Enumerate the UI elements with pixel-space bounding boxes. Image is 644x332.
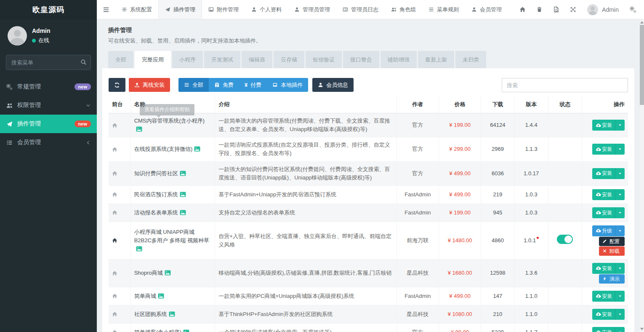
caret-down-icon[interactable] [615,189,625,200]
tab-0[interactable]: 全部 [108,51,133,68]
sidebar-item-0[interactable]: 常规管理 new [0,78,97,96]
frontend-home-icon[interactable] [109,287,130,305]
home-button[interactable] [514,6,531,13]
plugin-name[interactable]: CMS内容管理系统(含小程序) [134,118,205,124]
caret-down-icon[interactable] [615,207,625,218]
tab-8[interactable]: 辅助增强 [381,51,417,68]
plugin-name[interactable]: 民宿酒店预订系统 [134,191,178,198]
plugin-name[interactable]: 小程序商城 UNIAPP商城 B2B2C多用户 多终端 视频种草 [134,229,209,244]
tab-10[interactable]: 未归类 [455,51,486,68]
topnav-user-name[interactable]: Admin [602,6,619,13]
frontend-home-icon[interactable] [109,113,130,137]
language-button[interactable] [548,6,564,13]
install-button[interactable]: 安装 [592,327,625,332]
topnav-item-2[interactable]: 附件管理 [202,0,245,19]
plugin-name[interactable]: Shopro商城 [134,270,163,276]
column-header-3[interactable]: 作者 [397,96,439,113]
install-button[interactable]: 安装 [592,309,625,320]
frontend-home-icon[interactable] [109,323,130,332]
tab-9[interactable]: 最新上架 [418,51,454,68]
sidebar-search-input[interactable] [6,55,91,70]
scrollbar[interactable] [640,19,644,332]
topnav-item-6[interactable]: 角色组 [385,0,422,19]
plugin-name[interactable]: 在线投票系统(支持微信) [134,146,193,152]
caret-down-icon[interactable] [615,309,625,320]
frontend-home-icon[interactable] [109,222,130,259]
caret-down-icon[interactable] [615,168,625,179]
frontend-home-icon[interactable] [109,161,130,185]
plugin-name[interactable]: 简单博客(含小程序) [134,329,182,332]
caret-down-icon[interactable] [615,327,625,332]
frontend-home-icon[interactable] [109,203,130,222]
upgrade-button[interactable]: 升级 [592,225,625,236]
trash-button[interactable] [531,6,548,13]
install-button[interactable]: 安装 [592,207,625,218]
demo-button[interactable]: 演示 [599,274,625,284]
caret-down-icon[interactable] [615,291,625,302]
filter-0-button[interactable]: 全部 [178,78,209,92]
tab-5[interactable]: 云存储 [274,51,304,68]
expand-button[interactable] [564,6,581,13]
caret-down-icon[interactable] [615,120,625,131]
refresh-button[interactable] [109,78,125,92]
topnav-item-7[interactable]: 菜单规则 [422,0,465,19]
plugin-name[interactable]: 简单商城 [134,293,156,299]
topnav-item-4[interactable]: 管理员管理 [288,0,336,19]
topnav-item-5[interactable]: 管理员日志 [336,0,385,19]
table-search-input[interactable] [502,78,628,92]
filter-2-button[interactable]: ¥付费 [239,78,267,92]
column-header-5[interactable]: 下载 [481,96,514,113]
column-header-8[interactable]: 操作 [582,96,628,113]
app-logo[interactable]: 欧皇源码 [0,0,97,19]
column-header-6[interactable]: 版本 [514,96,548,113]
column-header-0[interactable]: 前台 [109,96,130,113]
install-button[interactable]: 安装 [592,120,625,131]
caret-down-icon[interactable] [615,263,625,274]
frontend-home-icon[interactable] [109,305,130,323]
search-icon[interactable] [80,59,87,65]
sidebar-item-1[interactable]: 权限管理 [0,96,97,115]
sidebar-item-3[interactable]: 会员管理 [0,133,97,152]
tab-1[interactable]: 完整应用 [135,51,171,68]
install-button[interactable]: 安装 [592,263,625,274]
install-button[interactable]: 安装 [592,168,625,179]
frontend-home-icon[interactable] [109,137,130,161]
sidebar-item-2[interactable]: 插件管理 new [0,115,97,133]
install-button[interactable]: 安装 [592,144,625,155]
topnav-item-3[interactable]: 个人资料 [245,0,288,19]
plugin-name[interactable]: 社区团购系统 [134,311,167,317]
topnav-item-0[interactable]: 系统配置 [115,0,158,19]
config-button[interactable]: 配置 [599,237,625,246]
offline-install-button[interactable]: 离线安装 [129,78,170,92]
settings-cogs-icon[interactable] [628,6,638,13]
install-button[interactable]: 安装 [592,189,625,200]
plugin-name[interactable]: 活动报名表单系统 [134,209,178,216]
install-button[interactable]: 安装 [592,291,625,302]
tab-2[interactable]: 小程序 [172,51,203,68]
frontend-home-icon[interactable] [109,185,130,203]
column-header-2[interactable]: 介绍 [215,96,397,113]
column-header-7[interactable]: 状态 [548,96,582,113]
uninstall-button[interactable]: 卸载 [599,246,625,256]
hamburger-icon[interactable] [97,0,115,19]
tab-7[interactable]: 接口整合 [343,51,379,68]
caret-down-icon[interactable] [615,225,625,236]
topnav-item-8[interactable]: 会员管理 [465,0,508,19]
topnav-item-1[interactable]: 插件管理 [158,0,202,19]
plugin-name[interactable]: 知识付费问答社区 [134,170,178,177]
tab-4[interactable]: 编辑器 [242,51,272,68]
scroll-down-arrow-icon[interactable] [640,328,644,330]
scroll-up-arrow-icon[interactable] [640,21,644,24]
avatar[interactable] [8,26,27,46]
caret-down-icon[interactable] [615,144,625,155]
filter-1-button[interactable]: 免费 [209,78,239,92]
member-info-button[interactable]: 会员信息 [312,78,354,92]
scrollbar-thumb[interactable] [640,25,644,105]
column-header-1[interactable]: 名称 [130,96,215,113]
frontend-home-icon[interactable] [109,259,130,287]
tab-3[interactable]: 开发测试 [204,51,240,68]
tab-6[interactable]: 短信验证 [306,51,342,68]
enable-toggle[interactable] [557,235,573,244]
avatar[interactable] [587,4,598,15]
filter-3-button[interactable]: 本地插件 [267,78,308,92]
